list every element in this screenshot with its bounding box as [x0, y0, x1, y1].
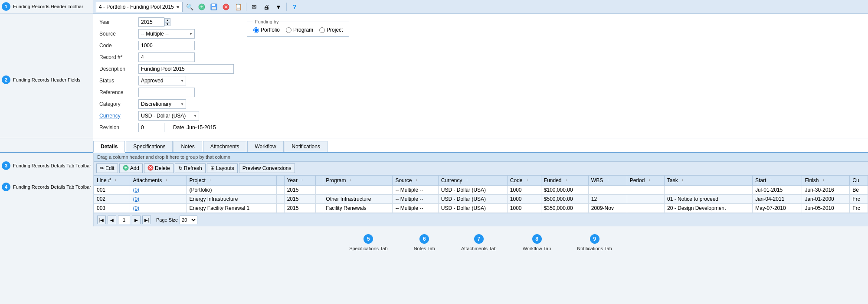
page-size-label: Page Size: [156, 217, 178, 222]
reference-input[interactable]: [138, 88, 195, 97]
help-button[interactable]: ?: [289, 2, 300, 12]
save-button[interactable]: [209, 2, 219, 12]
page-first-button[interactable]: |◀: [97, 216, 106, 224]
source-row: Source -- Multiple --: [99, 29, 234, 39]
status-select[interactable]: Approved Pending Closed: [138, 76, 186, 85]
year-input[interactable]: [138, 17, 164, 27]
tab-notes[interactable]: Notes: [174, 141, 202, 152]
category-dropdown[interactable]: Discretionary Non-Discretionary: [138, 99, 186, 109]
record-row: Record #*: [99, 52, 234, 62]
date-value: Jun-15-2015: [187, 124, 216, 131]
record-input[interactable]: [138, 52, 195, 62]
tab-attachments[interactable]: Attachments: [203, 141, 247, 152]
code-input[interactable]: [138, 41, 195, 50]
radio-portfolio[interactable]: Portfolio: [253, 27, 280, 33]
cancel-button[interactable]: ✕: [221, 2, 231, 12]
col-extra1: [276, 176, 284, 186]
col-code[interactable]: Code ⋮: [507, 176, 541, 186]
status-row: Status Approved Pending Closed: [99, 76, 234, 85]
page-current-input[interactable]: [118, 216, 130, 224]
currency-link[interactable]: Currency: [99, 113, 138, 119]
delete-icon: ✕: [147, 165, 154, 172]
layout-icon: ⊞: [210, 165, 215, 171]
col-program[interactable]: Program ⋮: [323, 176, 393, 186]
funding-by-box: Funding by Portfolio Program: [247, 19, 349, 37]
radio-portfolio-input[interactable]: [253, 27, 259, 33]
copy-button[interactable]: 📋: [233, 2, 243, 12]
col-finish[interactable]: Finish ⋮: [802, 176, 850, 186]
col-funded[interactable]: Funded ⋮: [541, 176, 588, 186]
preview-button[interactable]: Preview Conversions: [239, 163, 295, 173]
col-currency[interactable]: Currency ⋮: [438, 176, 507, 186]
table-row: 002(0)Energy Infrastructure2015Other Inf…: [94, 195, 868, 204]
svg-rect-4: [212, 7, 216, 10]
refresh-icon: ↻: [178, 165, 183, 171]
tab-notifications[interactable]: Notifications: [285, 141, 328, 152]
add-button[interactable]: +: [197, 2, 207, 12]
attachment-link[interactable]: (0): [133, 187, 139, 193]
col-source[interactable]: Source ⋮: [393, 176, 438, 186]
svg-rect-3: [212, 4, 215, 6]
table-row: 001(0)(Portfolio)2015-- Multiple --USD -…: [94, 186, 868, 195]
col-period[interactable]: Period ⋮: [627, 176, 664, 186]
year-spinner[interactable]: ▲ ▼: [138, 17, 170, 27]
year-up-button[interactable]: ▲: [164, 18, 170, 22]
col-year[interactable]: Year ⋮: [284, 176, 315, 186]
col-cu[interactable]: Cu: [850, 176, 868, 186]
year-down-button[interactable]: ▼: [164, 22, 170, 26]
currency-dropdown[interactable]: USD - Dollar (USA) EUR - Euro: [138, 111, 199, 121]
col-line[interactable]: Line # ⋮: [94, 176, 130, 186]
col-start[interactable]: Start ⋮: [752, 176, 802, 186]
record-dropdown[interactable]: 4 - Portfolio - Funding Pool 2015 ▼: [96, 2, 183, 12]
layouts-button[interactable]: ⊞ Layouts: [207, 163, 238, 173]
revision-input[interactable]: [138, 123, 164, 132]
print-button[interactable]: 🖨: [261, 2, 272, 12]
search-button[interactable]: 🔍: [184, 2, 195, 12]
radio-program[interactable]: Program: [286, 27, 313, 33]
page-size-select[interactable]: 10 20 50 100: [180, 216, 197, 224]
col-project[interactable]: Project ⋮: [187, 176, 277, 186]
category-select[interactable]: Discretionary Non-Discretionary: [138, 99, 186, 109]
currency-select[interactable]: USD - Dollar (USA) EUR - Euro: [138, 111, 199, 121]
svg-text:+: +: [124, 165, 127, 171]
radio-project[interactable]: Project: [319, 27, 343, 33]
attachment-link[interactable]: (0): [133, 196, 139, 202]
page-next-button[interactable]: ▶: [132, 216, 141, 224]
year-row: Year ▲ ▼: [99, 17, 234, 27]
header-toolbar: 4 - Portfolio - Funding Pool 2015 ▼ 🔍 + …: [93, 0, 868, 14]
annotation-2: 2 Funding Records Header Fields: [2, 75, 80, 84]
page-prev-button[interactable]: ◀: [108, 216, 116, 224]
funding-by-legend: Funding by: [253, 19, 280, 24]
refresh-button[interactable]: ↻ Refresh: [175, 163, 206, 173]
description-input[interactable]: [138, 64, 234, 74]
tab-specifications[interactable]: Specifications: [126, 141, 173, 152]
print-dropdown-button[interactable]: ▼: [273, 2, 284, 12]
header-fields-left: Year ▲ ▼ Source: [99, 17, 234, 134]
col-attachments[interactable]: Attachments ⋮: [130, 176, 187, 186]
funding-table: Line # ⋮ Attachments ⋮ Project ⋮ Year ⋮ …: [94, 175, 868, 213]
col-wbs[interactable]: WBS ⋮: [588, 176, 627, 186]
radio-program-input[interactable]: [286, 27, 292, 33]
drag-hint: Drag a column header and drop it here to…: [94, 153, 868, 162]
status-dropdown[interactable]: Approved Pending Closed: [138, 76, 186, 85]
source-select[interactable]: -- Multiple --: [138, 29, 195, 39]
attachment-link[interactable]: (0): [133, 205, 139, 211]
category-label: Category: [99, 101, 138, 107]
source-dropdown[interactable]: -- Multiple --: [138, 29, 195, 39]
tab-details[interactable]: Details: [93, 141, 125, 153]
category-row: Category Discretionary Non-Discretionary: [99, 99, 234, 109]
col-task[interactable]: Task ⋮: [664, 176, 752, 186]
svg-text:✕: ✕: [224, 4, 228, 10]
grid-add-button[interactable]: + Add: [119, 163, 143, 173]
record-label: Record #*: [99, 54, 138, 60]
revision-label: Revision: [99, 124, 138, 131]
pagination: |◀ ◀ ▶ ▶| Page Size 10 20 50 100: [94, 213, 868, 226]
tab-workflow[interactable]: Workflow: [247, 141, 283, 152]
svg-text:+: +: [200, 4, 203, 10]
edit-button[interactable]: ✏ Edit: [96, 163, 118, 173]
radio-project-input[interactable]: [319, 27, 325, 33]
grid-toolbar: ✏ Edit + Add ✕ Delete ↻ Refr: [94, 162, 868, 175]
page-last-button[interactable]: ▶|: [142, 216, 151, 224]
email-button[interactable]: ✉: [249, 2, 259, 12]
grid-delete-button[interactable]: ✕ Delete: [144, 163, 174, 173]
